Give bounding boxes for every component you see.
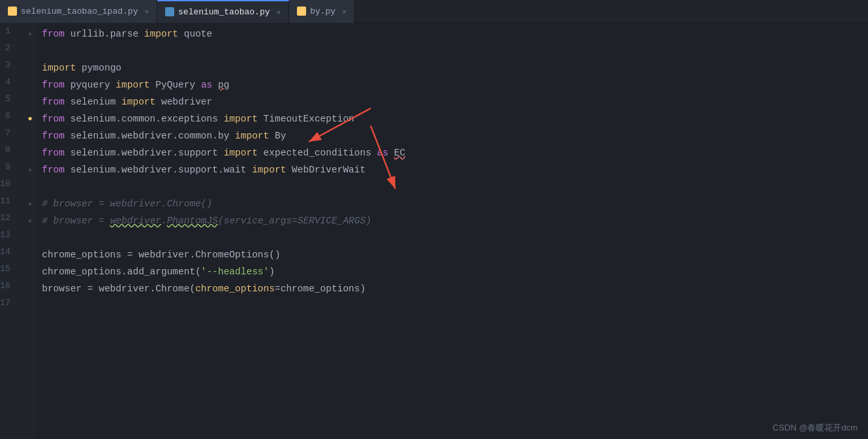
fold-icon[interactable]: ▾ (23, 212, 37, 229)
gutter-empty (23, 178, 37, 195)
tab-label-by: by.py (310, 7, 335, 16)
line-number: 1 (0, 23, 17, 40)
gutter-empty (23, 246, 37, 263)
fold-icon[interactable]: ▾ (23, 195, 37, 212)
tab-label-ipad: selenium_taobao_ipad.py (21, 7, 138, 16)
code-line (37, 229, 868, 246)
tab-by[interactable]: by.py ✕ (289, 0, 355, 23)
code-line: from selenium.webdriver.support.wait imp… (37, 161, 868, 178)
line-number: 13 (0, 227, 17, 244)
line-number: 4 (0, 74, 17, 91)
gutter-empty (23, 263, 37, 280)
gutter-empty (23, 280, 37, 297)
tab-icon-by (297, 7, 306, 16)
line-number: 12 (0, 210, 17, 227)
code-line: from selenium.webdriver.support import e… (37, 144, 868, 161)
tab-bar: selenium_taobao_ipad.py ✕ selenium_taoba… (0, 0, 868, 23)
code-line (37, 178, 868, 195)
line-number: 14 (0, 244, 17, 261)
code-line: import pymongo (37, 59, 868, 76)
gutter-empty (23, 144, 37, 161)
gutter-empty (23, 93, 37, 110)
code-line: chrome_options.add_argument('--headless'… (37, 263, 868, 280)
tab-selenium-ipad[interactable]: selenium_taobao_ipad.py ✕ (0, 0, 157, 23)
breakpoint-icon[interactable]: ● (23, 110, 37, 127)
line-number: 5 (0, 91, 17, 108)
line-number: 9 (0, 159, 17, 176)
code-line (37, 42, 868, 59)
tab-selenium-taobao[interactable]: selenium_taobao.py ✕ (157, 0, 289, 23)
tab-close-ipad[interactable]: ✕ (144, 7, 149, 16)
fold-icon[interactable]: ▾ (23, 25, 37, 42)
line-number: 17 (0, 295, 17, 312)
gutter-empty (23, 229, 37, 246)
line-number: 8 (0, 142, 17, 159)
code-line (37, 297, 868, 314)
code-line: from selenium import webdriver (37, 93, 868, 110)
gutter-empty (23, 127, 37, 144)
code-line: from urllib.parse import quote (37, 25, 868, 42)
code-line: from selenium.webdriver.common.by import… (37, 127, 868, 144)
tab-icon-ipad (8, 7, 17, 16)
tab-close-taobao[interactable]: ✕ (277, 8, 281, 16)
line-number: 2 (0, 40, 17, 57)
line-numbers: 1234567891011121314151617 (0, 23, 23, 439)
code-line: from selenium.common.exceptions import T… (37, 110, 868, 127)
line-number: 7 (0, 125, 17, 142)
gutter-col: ▾●▾▾▾ (23, 23, 37, 439)
tab-icon-taobao (165, 7, 174, 16)
line-number: 6 (0, 108, 17, 125)
tab-close-by[interactable]: ✕ (342, 7, 347, 16)
line-number: 3 (0, 57, 17, 74)
line-number: 10 (0, 176, 17, 193)
tab-label-taobao: selenium_taobao.py (178, 7, 270, 17)
gutter-empty (23, 297, 37, 314)
code-line: browser = webdriver.Chrome(chrome_option… (37, 280, 868, 297)
gutter-empty (23, 59, 37, 76)
code-line: chrome_options = webdriver.ChromeOptions… (37, 246, 868, 263)
fold-icon[interactable]: ▾ (23, 161, 37, 178)
gutter-empty (23, 42, 37, 59)
code-area[interactable]: from urllib.parse import quoteimport pym… (37, 23, 868, 439)
code-line: # browser = webdriver.PhantomJS(service_… (37, 212, 868, 229)
line-number: 15 (0, 261, 17, 278)
line-number: 11 (0, 193, 17, 210)
code-line: # browser = webdriver.Chrome() (37, 195, 868, 212)
watermark: CSDN @春暖花开dcm (773, 422, 858, 434)
line-number: 16 (0, 278, 17, 295)
code-line: from pyquery import PyQuery as pg (37, 76, 868, 93)
gutter-empty (23, 76, 37, 93)
editor: 1234567891011121314151617 ▾●▾▾▾ from url… (0, 23, 868, 439)
